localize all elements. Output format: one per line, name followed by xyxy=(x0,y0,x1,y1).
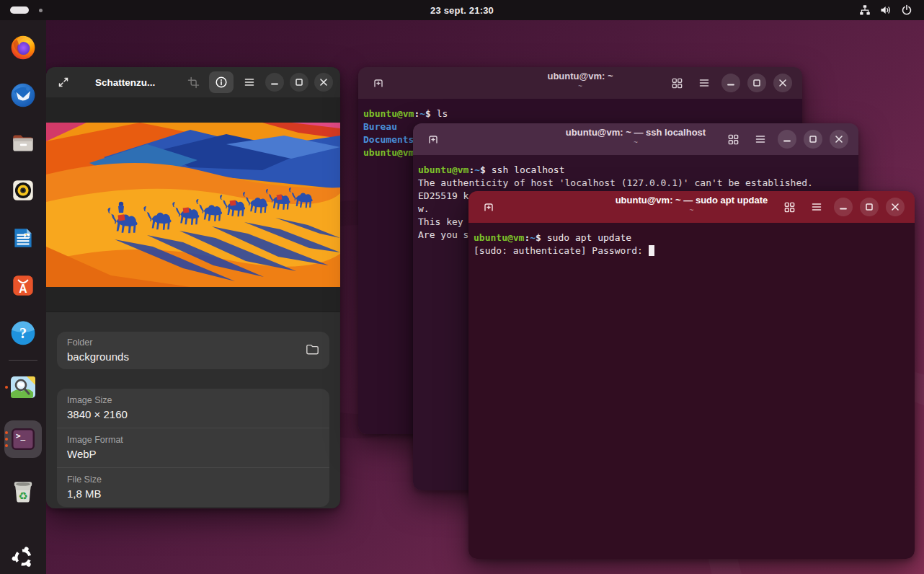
folder-row: Folder backgrounds xyxy=(57,332,329,369)
desktop-wallpaper: A ? xyxy=(0,20,924,574)
image-details-card: Image Size 3840 × 2160 Image Format WebP… xyxy=(57,389,329,507)
svg-text:A: A xyxy=(19,283,27,295)
folder-value: backgrounds xyxy=(67,349,319,364)
power-icon[interactable] xyxy=(901,4,912,16)
terminal-icon: >_ xyxy=(9,425,37,454)
viewer-window-title: Schattenzu... xyxy=(95,77,155,88)
workspace-indicator[interactable] xyxy=(10,6,43,14)
dock-item-libreoffice-writer[interactable] xyxy=(4,224,42,252)
tab-overview-button[interactable] xyxy=(779,197,799,217)
ubuntu-logo-icon xyxy=(10,544,36,570)
dock-item-app-center[interactable]: A xyxy=(4,271,42,300)
image-viewer-window: Schattenzu... xyxy=(46,67,340,508)
viewer-image-area[interactable] xyxy=(46,97,340,312)
close-button[interactable] xyxy=(773,74,792,92)
terminal-menu-button[interactable] xyxy=(807,197,827,217)
new-tab-button[interactable] xyxy=(479,197,499,217)
desktop-screen: 23 sept. 21:30 xyxy=(0,0,924,574)
titlebar-actions xyxy=(723,129,848,149)
image-format-row: Image Format WebP xyxy=(57,428,329,467)
terminal-window-sudo: ubuntu@vm: ~ — sudo apt update ~ xyxy=(468,191,915,559)
close-button[interactable] xyxy=(830,130,848,149)
viewer-menu-button[interactable] xyxy=(239,72,259,92)
files-folder-icon xyxy=(9,129,37,156)
tab-overview-button[interactable] xyxy=(667,73,687,93)
app-center-icon: A xyxy=(9,272,37,299)
help-icon: ? xyxy=(9,319,37,347)
dock-separator xyxy=(9,360,37,361)
image-size-row: Image Size 3840 × 2160 xyxy=(57,389,329,428)
terminal-titlebar[interactable]: ubuntu@vm: ~ ~ xyxy=(358,67,802,99)
terminal-titlebar[interactable]: ubuntu@vm: ~ — sudo apt update ~ xyxy=(468,191,915,223)
workspace-active-pill[interactable] xyxy=(10,6,29,14)
viewer-close-button[interactable] xyxy=(314,73,333,92)
terminal-menu-button[interactable] xyxy=(694,73,714,93)
open-folder-button[interactable] xyxy=(306,343,319,358)
fullscreen-button[interactable] xyxy=(53,72,74,92)
file-size-row: File Size 1,8 MB xyxy=(57,467,329,507)
dock-item-terminal[interactable]: >_ xyxy=(4,420,42,458)
dock-item-image-viewer[interactable] xyxy=(4,373,42,402)
folder-card: Folder backgrounds xyxy=(57,332,329,369)
terminal-titlebar[interactable]: ubuntu@vm: ~ — ssh localhost ~ xyxy=(413,123,858,155)
dock-item-ubuntu-logo[interactable] xyxy=(4,543,42,572)
dock-item-thunderbird[interactable] xyxy=(4,81,42,110)
svg-text:♻: ♻ xyxy=(18,490,27,502)
libreoffice-writer-icon xyxy=(9,224,37,252)
dock-item-help[interactable]: ? xyxy=(4,319,42,348)
dock-item-trash[interactable]: ♻ xyxy=(4,477,42,505)
titlebar-actions xyxy=(667,73,792,93)
image-viewer-icon xyxy=(9,375,37,399)
dock-item-files[interactable] xyxy=(4,128,42,157)
svg-text:?: ? xyxy=(19,325,27,341)
image-format-value: WebP xyxy=(67,446,319,462)
thunderbird-icon xyxy=(9,81,37,109)
dock-item-rhythmbox[interactable] xyxy=(4,176,42,205)
wallpaper-image xyxy=(46,123,340,287)
maximize-button[interactable] xyxy=(804,130,822,149)
file-size-value: 1,8 MB xyxy=(67,486,319,501)
workspace-inactive-dot[interactable] xyxy=(39,9,43,12)
titlebar-actions xyxy=(779,197,905,217)
minimize-button[interactable] xyxy=(721,74,740,92)
dock-item-firefox[interactable] xyxy=(4,33,42,62)
volume-icon[interactable] xyxy=(880,4,892,16)
maximize-button[interactable] xyxy=(860,198,879,216)
svg-text:>_: >_ xyxy=(16,431,26,441)
crop-button[interactable] xyxy=(183,72,203,92)
viewer-maximize-button[interactable] xyxy=(290,73,308,92)
minimize-button[interactable] xyxy=(778,130,796,149)
trash-icon: ♻ xyxy=(9,477,37,505)
clock[interactable]: 23 sept. 21:30 xyxy=(430,5,494,16)
card-gap xyxy=(57,369,329,389)
top-bar: 23 sept. 21:30 xyxy=(0,0,924,20)
new-tab-button[interactable] xyxy=(368,73,388,93)
tab-overview-button[interactable] xyxy=(723,129,743,149)
network-wired-icon[interactable] xyxy=(859,4,871,16)
firefox-icon xyxy=(9,34,37,61)
terminal-menu-button[interactable] xyxy=(750,129,770,149)
image-format-label: Image Format xyxy=(67,434,319,446)
rhythmbox-icon xyxy=(9,177,37,204)
system-status-area[interactable] xyxy=(859,4,912,16)
dock: A ? xyxy=(0,20,46,574)
camel-rider xyxy=(118,201,124,212)
terminal-output[interactable]: ubuntu@vm:~$ sudo apt update[sudo: authe… xyxy=(468,223,915,559)
minimize-button[interactable] xyxy=(834,198,853,216)
viewer-properties-panel: Folder backgrounds Image Size 3840 × 216… xyxy=(46,312,340,508)
new-tab-button[interactable] xyxy=(423,129,443,149)
viewer-minimize-button[interactable] xyxy=(265,73,284,92)
folder-icon xyxy=(306,343,319,356)
viewer-titlebar[interactable]: Schattenzu... xyxy=(46,67,340,97)
info-button[interactable] xyxy=(209,71,234,93)
folder-label: Folder xyxy=(67,337,319,349)
maximize-button[interactable] xyxy=(747,74,766,92)
file-size-label: File Size xyxy=(67,474,319,486)
image-size-value: 3840 × 2160 xyxy=(67,407,319,422)
close-button[interactable] xyxy=(886,198,905,216)
image-size-label: Image Size xyxy=(67,394,319,407)
